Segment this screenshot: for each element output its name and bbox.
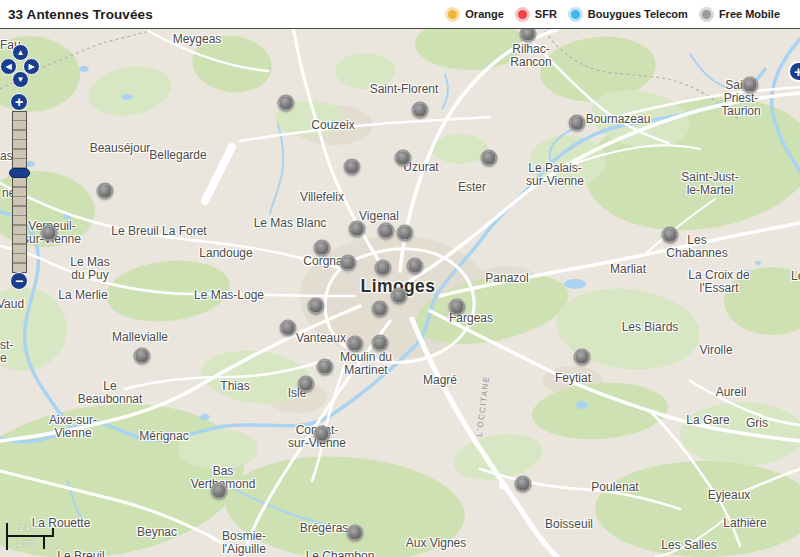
legend-label: Orange	[465, 8, 504, 20]
zoom-slider-handle[interactable]	[9, 168, 30, 178]
antenna-marker[interactable]	[397, 225, 414, 242]
antenna-marker[interactable]	[41, 225, 58, 242]
antenna-marker[interactable]	[347, 525, 364, 542]
antenna-marker[interactable]	[97, 183, 114, 200]
legend-item-free-mobile[interactable]: Free Mobile	[699, 7, 780, 22]
antenna-marker[interactable]	[407, 258, 424, 275]
operator-color-dot	[699, 7, 714, 22]
antenna-marker[interactable]	[449, 299, 466, 316]
legend-item-orange[interactable]: Orange	[445, 7, 504, 22]
pan-down-button[interactable]: ▼	[12, 71, 29, 88]
legend-label: SFR	[535, 8, 557, 20]
antenna-marker[interactable]	[662, 227, 679, 244]
antenna-marker[interactable]	[298, 376, 315, 393]
operator-color-dot	[445, 7, 460, 22]
antenna-marker[interactable]	[515, 476, 532, 493]
legend-label: Free Mobile	[719, 8, 780, 20]
antenna-marker[interactable]	[395, 150, 412, 167]
antenna-marker[interactable]	[375, 260, 392, 277]
legend-label: Bouygues Telecom	[588, 8, 688, 20]
antenna-marker[interactable]	[372, 301, 389, 318]
antenna-marker[interactable]	[344, 159, 361, 176]
legend-item-sfr[interactable]: SFR	[515, 7, 557, 22]
page-title: 33 Antennes Trouvées	[8, 7, 153, 22]
zoom-out-button[interactable]: −	[10, 272, 28, 290]
scale-rule	[6, 535, 54, 537]
antenna-marker[interactable]	[211, 483, 228, 500]
antenna-marker[interactable]	[347, 336, 364, 353]
antenna-marker[interactable]	[280, 320, 297, 337]
operator-color-dot	[515, 7, 530, 22]
antenna-marker[interactable]	[308, 298, 325, 315]
antenna-marker[interactable]	[481, 150, 498, 167]
zoom-slider-track[interactable]	[12, 111, 27, 273]
antenna-marker[interactable]	[372, 335, 389, 352]
antenna-marker[interactable]	[278, 95, 295, 112]
antenna-marker[interactable]	[574, 349, 591, 366]
zoom-in-button[interactable]: +	[10, 93, 28, 111]
legend: OrangeSFRBouygues TelecomFree Mobile	[445, 7, 780, 22]
antenna-marker[interactable]	[317, 359, 334, 376]
antenna-marker[interactable]	[314, 426, 331, 443]
antenna-marker[interactable]	[314, 240, 331, 257]
antenna-map-app: 33 Antennes Trouvées OrangeSFRBouygues T…	[0, 0, 800, 557]
operator-color-dot	[568, 7, 583, 22]
antenna-marker[interactable]	[569, 115, 586, 132]
legend-item-bouygues-telecom[interactable]: Bouygues Telecom	[568, 7, 688, 22]
antenna-marker[interactable]	[134, 348, 151, 365]
antenna-marker[interactable]	[412, 102, 429, 119]
antenna-marker[interactable]	[378, 223, 395, 240]
antenna-marker[interactable]	[340, 255, 357, 272]
scale-tick-mid	[43, 535, 45, 549]
header: 33 Antennes Trouvées OrangeSFRBouygues T…	[0, 0, 800, 29]
antenna-marker[interactable]	[349, 221, 366, 238]
map-canvas[interactable]: MeygeasSaint-FlorentRilhac- RanconSaint-…	[0, 29, 800, 557]
antenna-marker[interactable]	[742, 77, 759, 94]
antenna-marker[interactable]	[391, 288, 408, 305]
scale-tick-right	[52, 528, 54, 537]
